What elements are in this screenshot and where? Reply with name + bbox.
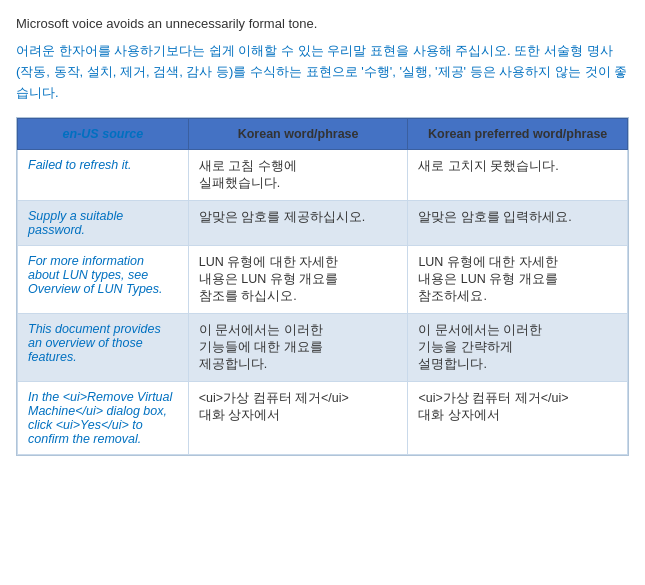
cell-korean: <ui>가상 컴퓨터 제거</ui> 대화 상자에서	[188, 382, 408, 455]
comparison-table: en-US source Korean word/phrase Korean p…	[17, 118, 628, 455]
intro-korean: 어려운 한자어를 사용하기보다는 쉽게 이해할 수 있는 우리말 표현을 사용해…	[16, 41, 629, 103]
cell-source: This document provides an overview of th…	[18, 314, 189, 382]
cell-korean: 새로 고침 수행에 실패했습니다.	[188, 150, 408, 201]
cell-preferred: 이 문서에서는 이러한 기능을 간략하게 설명합니다.	[408, 314, 628, 382]
cell-preferred: 알맞은 암호를 입력하세요.	[408, 201, 628, 246]
table-row: Failed to refresh it.새로 고침 수행에 실패했습니다.새로…	[18, 150, 628, 201]
cell-source: In the <ui>Remove Virtual Machine</ui> d…	[18, 382, 189, 455]
cell-korean: 이 문서에서는 이러한 기능들에 대한 개요를 제공합니다.	[188, 314, 408, 382]
cell-korean: 알맞은 암호를 제공하십시오.	[188, 201, 408, 246]
comparison-table-wrapper: en-US source Korean word/phrase Korean p…	[16, 117, 629, 456]
header-korean: Korean word/phrase	[188, 119, 408, 150]
header-preferred: Korean preferred word/phrase	[408, 119, 628, 150]
table-row: This document provides an overview of th…	[18, 314, 628, 382]
table-row: For more information about LUN types, se…	[18, 246, 628, 314]
table-header-row: en-US source Korean word/phrase Korean p…	[18, 119, 628, 150]
header-source: en-US source	[18, 119, 189, 150]
intro-english: Microsoft voice avoids an unnecessarily …	[16, 16, 629, 31]
cell-source: Supply a suitable password.	[18, 201, 189, 246]
table-row: Supply a suitable password.알맞은 암호를 제공하십시…	[18, 201, 628, 246]
cell-preferred: <ui>가상 컴퓨터 제거</ui> 대화 상자에서	[408, 382, 628, 455]
cell-preferred: 새로 고치지 못했습니다.	[408, 150, 628, 201]
cell-source: For more information about LUN types, se…	[18, 246, 189, 314]
cell-preferred: LUN 유형에 대한 자세한 내용은 LUN 유형 개요를 참조하세요.	[408, 246, 628, 314]
cell-korean: LUN 유형에 대한 자세한 내용은 LUN 유형 개요를 참조를 하십시오.	[188, 246, 408, 314]
cell-source: Failed to refresh it.	[18, 150, 189, 201]
table-row: In the <ui>Remove Virtual Machine</ui> d…	[18, 382, 628, 455]
